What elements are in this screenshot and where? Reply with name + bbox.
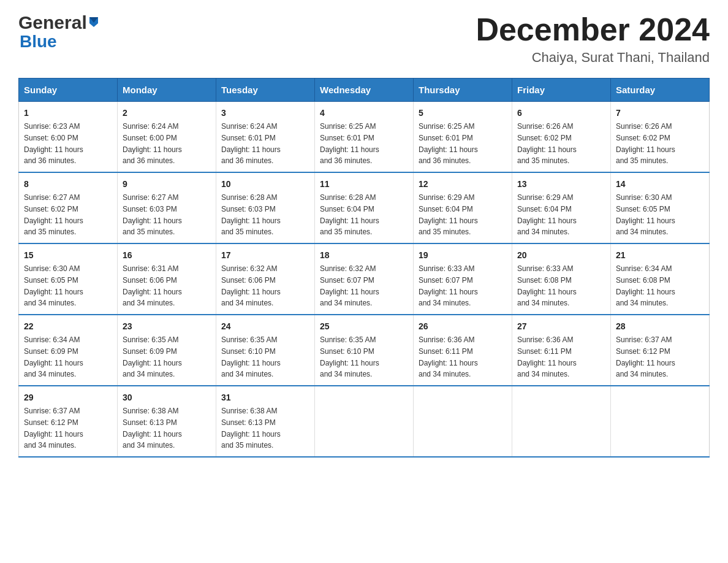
day-number: 17 [221, 249, 309, 262]
table-row: 7 Sunrise: 6:26 AMSunset: 6:02 PMDayligh… [611, 102, 710, 173]
month-title: December 2024 [476, 12, 710, 47]
day-info: Sunrise: 6:35 AMSunset: 6:10 PMDaylight:… [221, 335, 281, 378]
table-row: 4 Sunrise: 6:25 AMSunset: 6:01 PMDayligh… [315, 102, 414, 173]
table-row: 19 Sunrise: 6:33 AMSunset: 6:07 PMDaylig… [414, 243, 512, 315]
day-number: 23 [123, 320, 211, 333]
header-friday: Friday [512, 79, 611, 102]
logo-blue-text: Blue [18, 32, 57, 52]
day-number: 18 [320, 249, 408, 262]
header-monday: Monday [118, 79, 216, 102]
day-number: 25 [320, 320, 408, 333]
day-number: 15 [24, 249, 112, 262]
day-info: Sunrise: 6:37 AMSunset: 6:12 PMDaylight:… [616, 335, 675, 378]
header-sunday: Sunday [19, 79, 118, 102]
day-number: 2 [123, 107, 211, 120]
day-number: 30 [123, 391, 211, 404]
day-info: Sunrise: 6:29 AMSunset: 6:04 PMDaylight:… [419, 193, 478, 236]
day-info: Sunrise: 6:26 AMSunset: 6:02 PMDaylight:… [616, 122, 675, 165]
table-row: 9 Sunrise: 6:27 AMSunset: 6:03 PMDayligh… [118, 172, 216, 243]
table-row: 12 Sunrise: 6:29 AMSunset: 6:04 PMDaylig… [414, 172, 512, 243]
table-row: 14 Sunrise: 6:30 AMSunset: 6:05 PMDaylig… [611, 172, 710, 243]
day-number: 19 [419, 249, 507, 262]
logo-arrow-icon [87, 15, 100, 31]
table-row: 25 Sunrise: 6:35 AMSunset: 6:10 PMDaylig… [315, 315, 414, 386]
header-thursday: Thursday [414, 79, 512, 102]
day-number: 9 [123, 178, 211, 191]
day-info: Sunrise: 6:36 AMSunset: 6:11 PMDaylight:… [419, 335, 478, 378]
day-info: Sunrise: 6:34 AMSunset: 6:08 PMDaylight:… [616, 264, 675, 307]
day-number: 27 [517, 320, 605, 333]
day-info: Sunrise: 6:24 AMSunset: 6:00 PMDaylight:… [123, 122, 182, 165]
days-header-row: Sunday Monday Tuesday Wednesday Thursday… [19, 79, 710, 102]
table-row: 6 Sunrise: 6:26 AMSunset: 6:02 PMDayligh… [512, 102, 611, 173]
calendar-week-row: 15 Sunrise: 6:30 AMSunset: 6:05 PMDaylig… [19, 243, 710, 315]
day-number: 8 [24, 178, 112, 191]
calendar-week-row: 29 Sunrise: 6:37 AMSunset: 6:12 PMDaylig… [19, 386, 710, 457]
day-number: 21 [616, 249, 704, 262]
table-row: 20 Sunrise: 6:33 AMSunset: 6:08 PMDaylig… [512, 243, 611, 315]
table-row: 8 Sunrise: 6:27 AMSunset: 6:02 PMDayligh… [19, 172, 118, 243]
table-row: 22 Sunrise: 6:34 AMSunset: 6:09 PMDaylig… [19, 315, 118, 386]
logo: General Blue [18, 12, 100, 52]
table-row: 15 Sunrise: 6:30 AMSunset: 6:05 PMDaylig… [19, 243, 118, 315]
day-info: Sunrise: 6:33 AMSunset: 6:08 PMDaylight:… [517, 264, 577, 307]
day-number: 6 [517, 107, 605, 120]
day-info: Sunrise: 6:28 AMSunset: 6:04 PMDaylight:… [320, 193, 379, 236]
day-info: Sunrise: 6:27 AMSunset: 6:02 PMDaylight:… [24, 193, 83, 236]
day-number: 10 [221, 178, 309, 191]
table-row: 5 Sunrise: 6:25 AMSunset: 6:01 PMDayligh… [414, 102, 512, 173]
day-number: 14 [616, 178, 704, 191]
table-row [512, 386, 611, 457]
header-tuesday: Tuesday [216, 79, 315, 102]
table-row [414, 386, 512, 457]
table-row: 17 Sunrise: 6:32 AMSunset: 6:06 PMDaylig… [216, 243, 315, 315]
day-number: 28 [616, 320, 704, 333]
day-info: Sunrise: 6:25 AMSunset: 6:01 PMDaylight:… [419, 122, 478, 165]
title-area: December 2024 Chaiya, Surat Thani, Thail… [476, 12, 710, 66]
page-header: General Blue December 2024 Chaiya, Surat… [18, 12, 710, 66]
calendar-week-row: 8 Sunrise: 6:27 AMSunset: 6:02 PMDayligh… [19, 172, 710, 243]
calendar-week-row: 22 Sunrise: 6:34 AMSunset: 6:09 PMDaylig… [19, 315, 710, 386]
day-info: Sunrise: 6:34 AMSunset: 6:09 PMDaylight:… [24, 335, 83, 378]
table-row: 18 Sunrise: 6:32 AMSunset: 6:07 PMDaylig… [315, 243, 414, 315]
day-info: Sunrise: 6:36 AMSunset: 6:11 PMDaylight:… [517, 335, 577, 378]
day-info: Sunrise: 6:32 AMSunset: 6:06 PMDaylight:… [221, 264, 281, 307]
day-number: 22 [24, 320, 112, 333]
day-info: Sunrise: 6:23 AMSunset: 6:00 PMDaylight:… [24, 122, 83, 165]
day-number: 20 [517, 249, 605, 262]
location-subtitle: Chaiya, Surat Thani, Thailand [476, 50, 710, 66]
header-wednesday: Wednesday [315, 79, 414, 102]
logo-general-text: General [18, 12, 87, 33]
day-number: 16 [123, 249, 211, 262]
day-info: Sunrise: 6:35 AMSunset: 6:10 PMDaylight:… [320, 335, 379, 378]
table-row: 13 Sunrise: 6:29 AMSunset: 6:04 PMDaylig… [512, 172, 611, 243]
table-row: 27 Sunrise: 6:36 AMSunset: 6:11 PMDaylig… [512, 315, 611, 386]
day-info: Sunrise: 6:30 AMSunset: 6:05 PMDaylight:… [616, 193, 675, 236]
day-number: 12 [419, 178, 507, 191]
table-row: 16 Sunrise: 6:31 AMSunset: 6:06 PMDaylig… [118, 243, 216, 315]
day-number: 4 [320, 107, 408, 120]
day-info: Sunrise: 6:26 AMSunset: 6:02 PMDaylight:… [517, 122, 577, 165]
table-row: 1 Sunrise: 6:23 AMSunset: 6:00 PMDayligh… [19, 102, 118, 173]
day-number: 3 [221, 107, 309, 120]
table-row: 29 Sunrise: 6:37 AMSunset: 6:12 PMDaylig… [19, 386, 118, 457]
day-number: 29 [24, 391, 112, 404]
day-number: 7 [616, 107, 704, 120]
day-number: 24 [221, 320, 309, 333]
day-info: Sunrise: 6:32 AMSunset: 6:07 PMDaylight:… [320, 264, 379, 307]
day-info: Sunrise: 6:29 AMSunset: 6:04 PMDaylight:… [517, 193, 577, 236]
table-row: 10 Sunrise: 6:28 AMSunset: 6:03 PMDaylig… [216, 172, 315, 243]
table-row: 31 Sunrise: 6:38 AMSunset: 6:13 PMDaylig… [216, 386, 315, 457]
day-info: Sunrise: 6:27 AMSunset: 6:03 PMDaylight:… [123, 193, 182, 236]
day-info: Sunrise: 6:31 AMSunset: 6:06 PMDaylight:… [123, 264, 182, 307]
table-row: 21 Sunrise: 6:34 AMSunset: 6:08 PMDaylig… [611, 243, 710, 315]
day-number: 5 [419, 107, 507, 120]
day-info: Sunrise: 6:35 AMSunset: 6:09 PMDaylight:… [123, 335, 182, 378]
table-row: 30 Sunrise: 6:38 AMSunset: 6:13 PMDaylig… [118, 386, 216, 457]
day-info: Sunrise: 6:24 AMSunset: 6:01 PMDaylight:… [221, 122, 281, 165]
day-number: 31 [221, 391, 309, 404]
day-info: Sunrise: 6:38 AMSunset: 6:13 PMDaylight:… [123, 407, 182, 450]
day-info: Sunrise: 6:38 AMSunset: 6:13 PMDaylight:… [221, 407, 281, 450]
day-number: 1 [24, 107, 112, 120]
day-number: 13 [517, 178, 605, 191]
